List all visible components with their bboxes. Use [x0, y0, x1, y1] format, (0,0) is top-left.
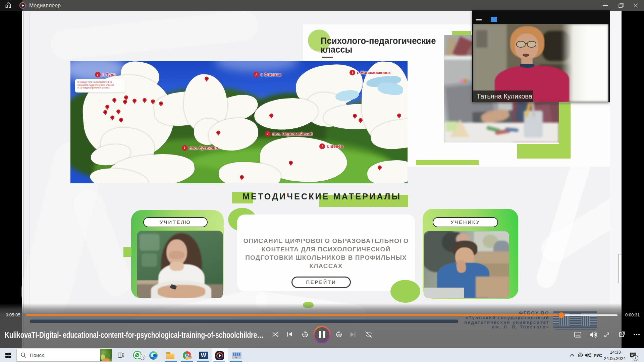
svg-text:10: 10	[303, 334, 307, 337]
svg-text:30: 30	[337, 334, 341, 337]
